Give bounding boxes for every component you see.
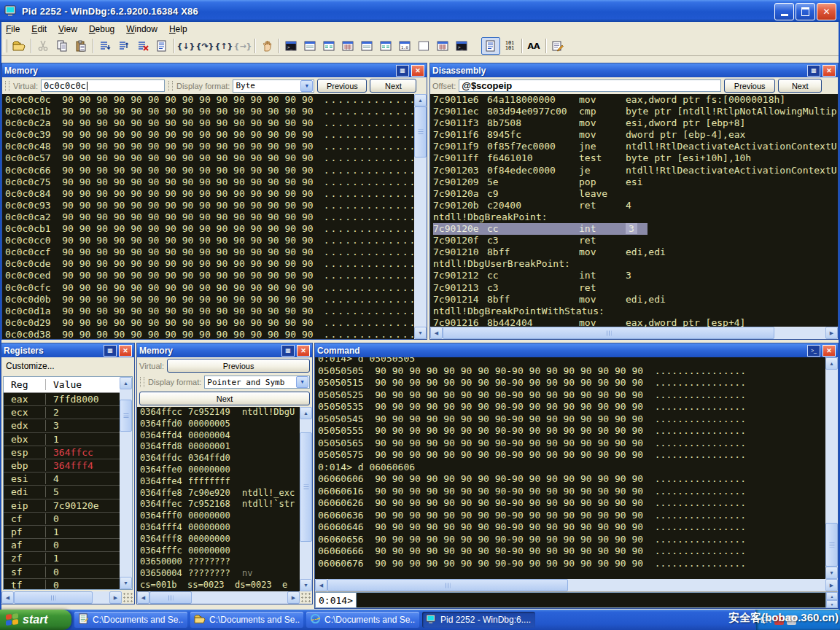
previous-button[interactable]: Previous [317,79,367,93]
start-button[interactable]: start [0,610,71,630]
cut-icon[interactable] [34,37,52,55]
register-value[interactable]: 1 [46,434,59,445]
open-source-file-icon[interactable] [9,37,28,55]
command-window-icon[interactable]: >_ [281,37,300,55]
customize-window-icon[interactable]: ▦ [104,345,117,357]
command-vscrollbar[interactable]: ▲ ▼ [825,357,838,579]
taskbar-button[interactable]: Pid 2252 - WinDbg:6.... [422,612,535,628]
memory1-content[interactable]: 0c0c0c0c 90 90 90 90 90 90 90 90 90 90 9… [2,94,414,339]
virtual-address-input[interactable]: 0c0c0c0c [41,79,165,92]
break-icon[interactable] [152,37,171,55]
scroll-left-icon[interactable]: ◀ [1,591,14,604]
restore-button[interactable] [796,3,815,20]
registers-vscrollbar[interactable]: ▲ ▼ [120,377,132,589]
menu-file[interactable]: File [0,23,26,36]
scrollbar-thumb[interactable] [120,400,132,432]
registers-window-icon[interactable] [338,37,357,55]
processes-window-icon[interactable] [433,37,452,55]
spin-down-icon[interactable]: ▼ [826,600,838,608]
menu-debug[interactable]: Debug [83,23,120,36]
scroll-up-icon[interactable]: ▲ [414,94,427,106]
step-over-icon[interactable]: {↷} [195,37,214,55]
scrollbar-thumb[interactable] [327,579,568,591]
scroll-up-icon[interactable]: ▲ [300,407,312,419]
scroll-down-icon[interactable]: ▼ [300,579,312,591]
close-window-icon[interactable]: ✕ [411,65,424,77]
float-window-icon[interactable]: ▦ [807,65,820,77]
scratch-pad-icon[interactable] [414,37,433,55]
insert-breakpoint-icon[interactable] [257,37,276,55]
previous-button[interactable]: Previous [724,79,775,93]
scroll-left-icon[interactable]: ◀ [315,579,327,591]
display-format-select[interactable]: Byte ▼ [233,79,314,93]
scroll-right-icon[interactable]: ▶ [287,591,300,604]
scroll-down-icon[interactable]: ▼ [414,327,427,339]
scrollbar-thumb[interactable] [149,591,192,604]
toolbar-grip[interactable] [168,81,173,91]
scrollbar-thumb[interactable] [414,106,427,158]
register-value[interactable]: 7c90120e [46,500,99,511]
next-button[interactable]: Next [139,392,310,405]
register-value[interactable]: 7ffd8000 [46,394,99,405]
display-format-select[interactable]: Pointer and Symb ▼ [204,376,310,389]
float-window-icon[interactable]: ▦ [396,65,409,77]
toolbar-grip[interactable] [5,81,9,91]
registers-titlebar[interactable]: Registers ▦ ✕ [1,343,134,357]
restart-icon[interactable] [114,37,133,55]
command-spinner[interactable]: ▲▼ [826,592,838,608]
font-icon[interactable]: AA [524,37,543,55]
next-button[interactable]: Next [370,79,416,93]
register-value[interactable]: 0 [46,513,59,524]
disassembly-content[interactable]: 7c9011e664a118000000moveax,dword ptr fs:… [430,94,838,327]
scroll-left-icon[interactable]: ◀ [430,327,443,339]
stop-debugging-icon[interactable] [133,37,152,55]
scroll-down-icon[interactable]: ▼ [120,577,132,589]
scroll-up-icon[interactable]: ▲ [120,377,132,389]
customize-button[interactable]: Customize... [1,357,134,375]
close-button[interactable]: ✕ [817,3,836,20]
taskbar-button[interactable]: C:\Documents and Se... [190,612,303,628]
chevron-down-icon[interactable]: ▼ [296,376,308,388]
chevron-down-icon[interactable]: ▼ [300,80,313,92]
register-value[interactable]: 5 [46,486,59,497]
step-out-icon[interactable]: {↑} [214,37,233,55]
scrollbar-thumb[interactable] [443,327,774,339]
memory2-hscrollbar[interactable]: ◀ ▶ [137,591,312,604]
calls-window-icon[interactable] [376,37,395,55]
toolbar-grip[interactable] [4,39,7,52]
command-hscrollbar[interactable]: ◀ ▶ [315,579,838,591]
previous-button[interactable]: Previous [167,359,310,373]
memory2-content[interactable]: 0364ffcc7c952149ntdll!DbgU0364ffd0000000… [137,407,300,591]
scroll-right-icon[interactable]: ▶ [109,591,122,604]
command-input[interactable] [357,592,826,608]
register-value[interactable]: 364fff4 [46,460,93,471]
offset-input[interactable]: @$scopeip [459,79,721,92]
scrollbar-thumb[interactable] [825,523,838,567]
step-into-icon[interactable]: {↓} [176,37,195,55]
registers-hscrollbar[interactable]: ◀ ▶ [1,591,134,604]
close-window-icon[interactable]: ✕ [822,345,836,357]
copy-icon[interactable] [52,37,71,55]
resize-grip[interactable] [122,591,134,604]
scroll-right-icon[interactable]: ▶ [825,327,838,339]
register-value[interactable]: 364ffcc [46,447,93,458]
memory1-vscrollbar[interactable]: ▲ ▼ [414,94,427,339]
go-icon[interactable] [96,37,114,55]
scroll-down-icon[interactable]: ▼ [825,567,838,579]
taskbar-button[interactable]: eC:\Documents and Se... [306,612,419,628]
register-value[interactable]: 1 [46,553,59,564]
close-window-icon[interactable]: ✕ [822,65,836,77]
menu-edit[interactable]: Edit [26,23,52,36]
register-value[interactable]: 0 [46,580,59,589]
command-browser-icon[interactable]: >_ [452,37,471,55]
taskbar-button[interactable]: C:\Documents and Se... [74,612,187,628]
watch-window-icon[interactable] [300,37,319,55]
menu-view[interactable]: View [52,23,83,36]
float-window-icon[interactable]: ▦ [281,345,295,357]
menu-help[interactable]: Help [163,23,193,36]
scroll-up-icon[interactable]: ▲ [825,357,838,370]
paste-icon[interactable] [71,37,90,55]
memory2-vscrollbar[interactable]: ▲ ▼ [300,407,312,591]
options-icon[interactable] [548,37,567,55]
source-mode-icon[interactable] [481,37,500,55]
